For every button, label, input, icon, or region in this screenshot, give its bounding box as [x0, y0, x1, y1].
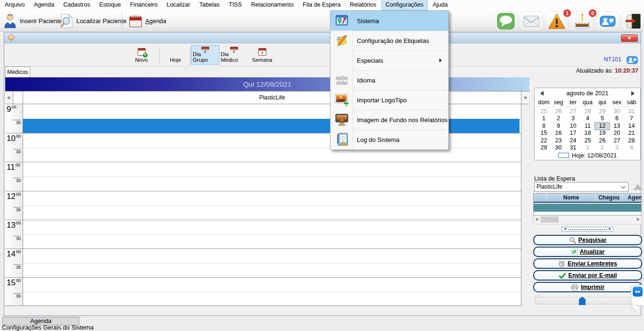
menu-item-configuracao-etiquetas[interactable]: Configuração de Etiquetas: [330, 31, 448, 50]
calendar-day[interactable]: 27: [566, 108, 580, 115]
birthdays-button[interactable]: 0: [570, 11, 594, 31]
menu-item-idioma[interactable]: Hello!¡Hola! Idioma: [330, 70, 448, 90]
calendar-day[interactable]: 16: [551, 130, 566, 137]
menu-tabelas[interactable]: Tabelas: [196, 0, 223, 10]
calendar-day[interactable]: 18: [580, 130, 595, 137]
menu-localizar[interactable]: Localizar: [163, 0, 194, 10]
zoom-slider[interactable]: [535, 297, 642, 305]
calendar-day[interactable]: 25: [537, 108, 551, 115]
close-button[interactable]: ✕: [621, 34, 638, 42]
atualizar-button[interactable]: Atualizar: [533, 247, 642, 257]
waiting-list-hscrollbar[interactable]: < >: [533, 215, 642, 224]
calendar-day[interactable]: 4: [624, 144, 639, 151]
calendar-day[interactable]: 29: [595, 108, 610, 115]
calendar-day[interactable]: 14: [624, 123, 639, 130]
menu-agenda[interactable]: Agenda: [30, 0, 58, 10]
enviar-lembretes-button[interactable]: Enviar Lembretes: [533, 258, 642, 269]
semana-button[interactable]: 7 Semana: [249, 46, 275, 64]
calendar-day[interactable]: 6: [610, 115, 624, 122]
calendar-day[interactable]: 2: [551, 115, 566, 122]
scroll-up-icon[interactable]: [633, 184, 643, 190]
imprimir-button[interactable]: Imprimir: [533, 282, 642, 292]
calendar-day[interactable]: 31: [566, 144, 580, 151]
calendar-next-icon[interactable]: [631, 91, 635, 96]
contacts-small-icon[interactable]: [626, 56, 638, 64]
calendar-day[interactable]: 8: [537, 123, 551, 130]
calendar-day[interactable]: 7: [624, 115, 639, 122]
agenda-button[interactable]: Agenda: [127, 11, 168, 30]
enviar-email-button[interactable]: Enviar por E-mail: [533, 270, 642, 281]
calendar-day[interactable]: 21: [624, 130, 639, 137]
menu-tiss[interactable]: TISS: [225, 0, 246, 10]
calendar-day[interactable]: 9: [551, 123, 566, 130]
scroll-right-arrow[interactable]: >: [636, 216, 639, 223]
calendar-day[interactable]: 28: [580, 108, 595, 115]
scroll-right-button[interactable]: >: [521, 91, 529, 104]
menu-fila-de-espera[interactable]: Fila de Espera: [299, 0, 345, 10]
novo-button[interactable]: + Novo: [128, 46, 155, 64]
hour-row-13[interactable]: 1300 30: [5, 220, 521, 248]
dia-grupo-button[interactable]: 1 Dia Grupo: [191, 46, 219, 64]
chat-button[interactable]: [494, 11, 518, 31]
alerts-button[interactable]: 1: [545, 11, 569, 31]
exit-button[interactable]: [621, 11, 644, 31]
waiting-list-table[interactable]: Nome Chegou Agend: [533, 193, 642, 215]
calendar-day[interactable]: 4: [580, 115, 595, 122]
slider-handle[interactable]: [579, 297, 586, 305]
menu-relacionamento[interactable]: Relacionamento: [247, 0, 297, 10]
calendar-day[interactable]: 20: [610, 130, 624, 137]
scroll-left-arrow[interactable]: <: [536, 216, 538, 223]
menu-arquivo[interactable]: Arquivo: [1, 0, 28, 10]
tab-medicos[interactable]: Médicos: [5, 66, 30, 77]
calendar-day[interactable]: 1: [537, 115, 551, 122]
calendar-day-selected[interactable]: 12: [595, 123, 610, 130]
hour-row-15[interactable]: 1500 30: [5, 277, 521, 306]
calendar-day[interactable]: 3: [566, 115, 580, 122]
calendar-day[interactable]: 26: [595, 137, 610, 144]
locate-patient-button[interactable]: Localizar Paciente: [58, 11, 128, 30]
hour-row-12[interactable]: 1200 30: [5, 191, 521, 220]
calendar-day[interactable]: 29: [537, 144, 551, 151]
column-nome[interactable]: Nome: [547, 194, 596, 202]
calendar-day[interactable]: 10: [566, 123, 580, 130]
calendar-today-row[interactable]: Hoje: 12/08/2021: [535, 152, 640, 159]
calendar-day[interactable]: 17: [566, 130, 580, 137]
calendar-day[interactable]: 30: [551, 144, 566, 151]
menu-item-importar-logotipo[interactable]: Importar LogoTipo: [330, 90, 448, 110]
panel-splitter-handle[interactable]: [561, 227, 613, 232]
calendar-day[interactable]: 5: [595, 115, 610, 122]
menu-financeiro[interactable]: Financeiro: [126, 0, 161, 10]
column-agend[interactable]: Agend: [622, 194, 642, 202]
hoje-button[interactable]: Hoje: [161, 46, 190, 64]
hour-row-14[interactable]: 1400 30: [5, 248, 521, 277]
menu-relatorios[interactable]: Relatórios: [346, 0, 380, 10]
scrollbar-thumb[interactable]: [541, 216, 559, 223]
waiting-list-filter-select[interactable]: PlasticLife: [534, 182, 628, 192]
menu-cadastros[interactable]: Cadastros: [59, 0, 94, 10]
menu-item-sistema[interactable]: Sistema: [330, 11, 448, 31]
calendar-day[interactable]: 1: [580, 144, 595, 151]
hour-row-11[interactable]: 1100 30: [5, 162, 521, 190]
calendar-day[interactable]: 3: [610, 144, 624, 151]
calendar-day[interactable]: 26: [551, 108, 566, 115]
menu-estoque[interactable]: Estoque: [96, 0, 125, 10]
scroll-left-button[interactable]: <: [5, 91, 13, 104]
mail-button[interactable]: [520, 11, 543, 31]
column-chegou[interactable]: Chegou: [596, 194, 622, 202]
calendar-day[interactable]: 22: [537, 137, 551, 144]
pesquisar-button[interactable]: Pesquisar: [533, 235, 642, 245]
calendar-day[interactable]: 30: [610, 108, 624, 115]
calendar-day[interactable]: 13: [610, 123, 624, 130]
insert-patient-button[interactable]: Inserir Paciente: [2, 11, 64, 30]
calendar-day[interactable]: 19: [595, 130, 610, 137]
calendar-day[interactable]: 24: [566, 137, 580, 144]
dia-medico-button[interactable]: 1 Dia Médico: [219, 46, 248, 64]
agenda-window-titlebar[interactable]: ✕: [4, 33, 641, 43]
calendar-day[interactable]: 31: [624, 108, 639, 115]
calendar-day[interactable]: 15: [537, 130, 551, 137]
menu-item-imagem-fundo-relatorios[interactable]: Imagem de Fundo nos Relatórios: [330, 110, 448, 130]
menu-item-especiais[interactable]: Especiais: [330, 50, 448, 70]
calendar-day[interactable]: 28: [624, 137, 639, 144]
waiting-list-selected-row[interactable]: [534, 204, 641, 212]
menu-configuracoes[interactable]: Configurações: [382, 0, 428, 10]
